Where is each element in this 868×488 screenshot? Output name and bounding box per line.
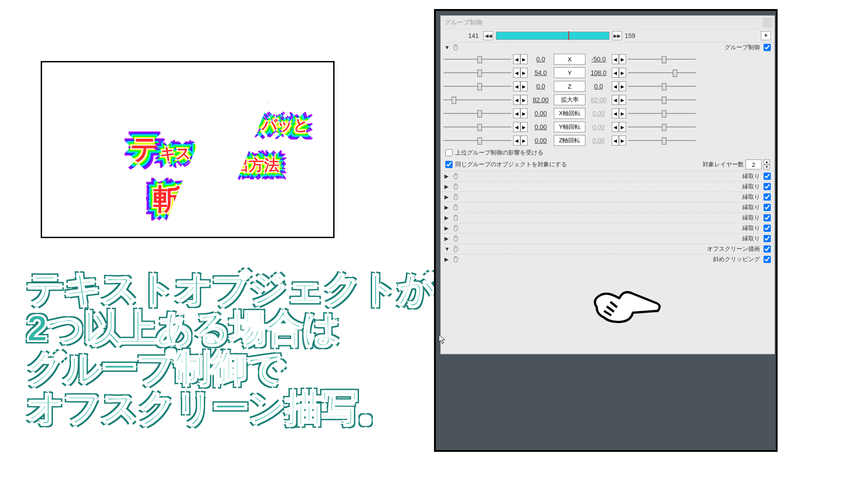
param-label-button[interactable]: Y軸回転	[554, 122, 585, 132]
param-row-Z: ◀▶0.0Z0.0◀▶	[441, 80, 774, 93]
value-right[interactable]: 0.0	[587, 83, 610, 90]
mouse-icon[interactable]	[453, 235, 459, 242]
value-left[interactable]: 0.0	[529, 56, 552, 63]
effect-checkbox[interactable]	[764, 183, 771, 190]
disclosure-triangle[interactable]: ▶	[444, 204, 450, 211]
nudge-left[interactable]: ◀▶	[513, 81, 528, 91]
value-left[interactable]: 0.00	[529, 137, 552, 144]
slider-left[interactable]	[443, 82, 511, 91]
disclosure-triangle[interactable]: ▼	[444, 44, 450, 51]
forward-button[interactable]: ▶▶	[612, 31, 622, 40]
disclosure-triangle[interactable]: ▶	[444, 256, 450, 263]
mouse-icon[interactable]	[453, 204, 459, 211]
value-left[interactable]: 0.0	[529, 83, 552, 90]
disclosure-triangle[interactable]: ▶	[444, 215, 450, 221]
effect-checkbox[interactable]	[764, 256, 771, 263]
effect-label: 縁取り	[742, 172, 760, 180]
nudge-left[interactable]: ◀▶	[513, 54, 528, 64]
disclosure-triangle[interactable]: ▼	[444, 246, 450, 252]
slider-left[interactable]	[443, 136, 511, 145]
timeline-marker[interactable]	[568, 31, 569, 40]
mouse-icon[interactable]	[453, 183, 459, 190]
param-label-button[interactable]: Z	[554, 81, 585, 92]
target-layers-up[interactable]: ▲	[764, 160, 770, 164]
slider-right[interactable]	[628, 82, 696, 91]
effect-row: ▶縁取り	[441, 223, 774, 233]
slider-left[interactable]	[443, 55, 511, 64]
timeline-start-value[interactable]: 141	[444, 32, 481, 39]
upper-group-checkbox[interactable]	[445, 149, 453, 156]
slider-left[interactable]	[443, 68, 511, 77]
param-label-button[interactable]: X	[554, 54, 585, 65]
rewind-button[interactable]: ◀◀	[483, 31, 493, 40]
effect-checkbox[interactable]	[764, 235, 771, 242]
upper-group-checkbox-line: 上位グループ制御の影響を受ける	[441, 147, 774, 158]
timeline-bar[interactable]	[496, 32, 609, 40]
nudge-left[interactable]: ◀▶	[513, 122, 528, 132]
add-button[interactable]: +	[761, 31, 771, 40]
value-left[interactable]: 0.00	[529, 110, 552, 117]
slider-right[interactable]	[628, 136, 696, 145]
slider-left[interactable]	[443, 122, 511, 131]
mouse-icon[interactable]	[453, 44, 459, 51]
slider-left[interactable]	[443, 95, 511, 104]
value-right[interactable]: 0.00	[587, 137, 610, 144]
group-control-checkbox[interactable]	[764, 44, 771, 51]
slider-right[interactable]	[628, 122, 696, 131]
effect-checkbox[interactable]	[764, 193, 771, 201]
instruction-caption: テキストオブジェクトが 2つ以上ある場合は グループ制御で オフスクリーン描写。	[27, 269, 435, 428]
nudge-right[interactable]: ◀▶	[612, 81, 626, 91]
param-label-button[interactable]: Y	[554, 67, 585, 78]
effect-row: ▼オフスクリーン描画	[441, 244, 774, 254]
slider-right[interactable]	[628, 95, 696, 104]
effect-rows-section: ▶縁取り▶縁取り▶縁取り▶縁取り▶縁取り▶縁取り▶縁取り▼オフスクリーン描画▶斜…	[441, 171, 774, 264]
param-label-button[interactable]: X軸回転	[554, 108, 585, 119]
slider-right[interactable]	[628, 55, 696, 64]
value-left[interactable]: 54.0	[529, 69, 552, 76]
disclosure-triangle[interactable]: ▶	[444, 194, 450, 200]
value-right[interactable]: 0.00	[587, 123, 610, 131]
slider-left[interactable]	[443, 109, 511, 118]
timeline-end-value[interactable]: 159	[625, 32, 643, 39]
nudge-right: ◀▶	[612, 136, 626, 145]
disclosure-triangle[interactable]: ▶	[444, 173, 450, 179]
mouse-icon[interactable]	[453, 215, 459, 221]
nudge-right[interactable]: ◀▶	[612, 54, 626, 64]
mouse-icon[interactable]	[453, 194, 459, 200]
panel-titlebar[interactable]: グループ制御	[441, 16, 774, 29]
effect-label: 縁取り	[742, 214, 760, 222]
effect-checkbox[interactable]	[764, 173, 771, 180]
nudge-left[interactable]: ◀▶	[513, 68, 528, 78]
target-layers-down[interactable]: ▼	[764, 164, 770, 169]
same-group-checkbox[interactable]	[445, 161, 453, 168]
mouse-icon[interactable]	[453, 256, 459, 263]
effect-checkbox[interactable]	[764, 214, 771, 221]
value-right[interactable]: 0.00	[587, 110, 610, 117]
nudge-left[interactable]: ◀▶	[513, 95, 528, 105]
effect-checkbox[interactable]	[764, 204, 771, 211]
nudge-left[interactable]: ◀▶	[513, 136, 528, 145]
value-right[interactable]: 108.0	[587, 69, 610, 76]
disclosure-triangle[interactable]: ▶	[444, 225, 450, 231]
value-right[interactable]: 82.00	[587, 96, 610, 103]
nudge-left[interactable]: ◀▶	[513, 108, 528, 118]
mouse-icon[interactable]	[453, 173, 459, 179]
disclosure-triangle[interactable]: ▶	[444, 183, 450, 190]
mouse-icon[interactable]	[453, 225, 459, 231]
nudge-right: ◀▶	[612, 122, 626, 132]
effect-checkbox[interactable]	[764, 225, 771, 232]
value-left[interactable]: 0.00	[529, 123, 552, 131]
disclosure-triangle[interactable]: ▶	[444, 235, 450, 242]
param-label-button[interactable]: Z軸回転	[554, 135, 585, 146]
nudge-right[interactable]: ◀▶	[612, 68, 626, 78]
effect-checkbox[interactable]	[764, 245, 771, 253]
target-layers-input[interactable]	[745, 160, 762, 169]
param-label-button[interactable]: 拡大率	[554, 94, 585, 105]
slider-right[interactable]	[628, 109, 696, 118]
timeline-row: 141 ◀◀ ▶▶ 159 +	[441, 29, 774, 42]
close-icon[interactable]	[763, 18, 773, 28]
value-right[interactable]: -50.0	[587, 56, 610, 63]
mouse-icon[interactable]	[453, 246, 459, 252]
value-left[interactable]: 82.00	[529, 96, 552, 103]
slider-right[interactable]	[628, 68, 696, 77]
